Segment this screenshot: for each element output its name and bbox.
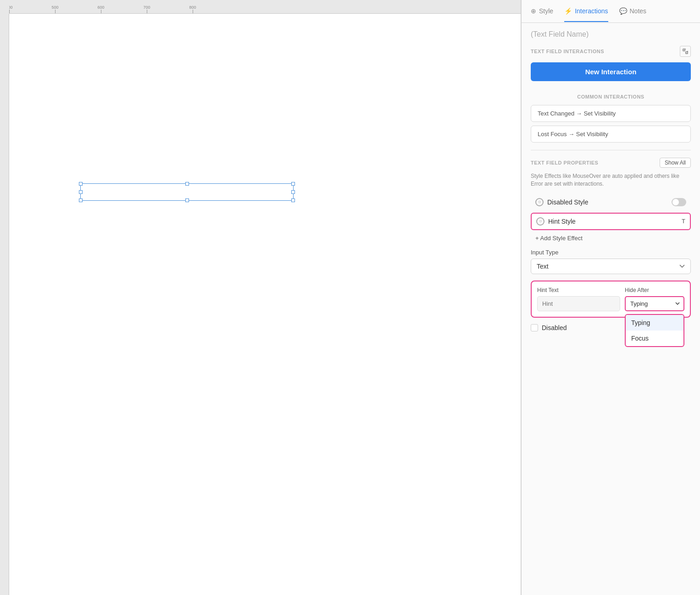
canvas-textfield[interactable] xyxy=(80,183,294,201)
ruler-top: 400 500 600 700 800 xyxy=(9,0,521,14)
hint-hide-row: Hint Text Hide After Typing Focus Typing… xyxy=(531,281,691,318)
common-interactions-label: COMMON INTERACTIONS xyxy=(531,94,691,99)
hint-style-left: ⊙ Hint Style xyxy=(536,217,576,226)
new-interaction-button[interactable]: New Interaction xyxy=(531,62,691,81)
style-icon: ⊕ xyxy=(531,7,536,15)
tab-interactions-label: Interactions xyxy=(575,7,608,15)
ruler-label-700: 700 xyxy=(143,5,150,10)
ruler-corner xyxy=(0,0,9,14)
notes-icon: 💬 xyxy=(619,7,627,15)
hide-after-label: Hide After xyxy=(625,287,684,293)
disabled-checkbox[interactable] xyxy=(531,324,538,331)
ruler-label-500: 500 xyxy=(51,5,58,10)
handle-top-right[interactable] xyxy=(291,182,295,186)
panel-content: (Text Field Name) TEXT FIELD INTERACTION… xyxy=(522,23,700,595)
hint-text-label: Hint Text xyxy=(537,287,620,293)
disabled-style-left: ⊙ Disabled Style xyxy=(535,198,589,206)
handle-bottom-left[interactable] xyxy=(79,198,83,202)
tab-interactions[interactable]: ⚡ Interactions xyxy=(564,1,608,22)
ruler-left xyxy=(0,14,9,595)
tab-notes[interactable]: 💬 Notes xyxy=(619,1,647,22)
ruler-label-600: 600 xyxy=(97,5,104,10)
interactions-section-header: TEXT FIELD INTERACTIONS xyxy=(531,46,691,57)
canvas-area: ▾ 400 500 600 700 800 xyxy=(0,0,521,595)
add-style-effect-link[interactable]: + Add Style Effect xyxy=(531,233,587,243)
dropdown-option-typing[interactable]: Typing xyxy=(626,315,683,331)
tab-style[interactable]: ⊕ Style xyxy=(531,1,553,22)
expand-icon[interactable] xyxy=(680,46,691,57)
interaction-text-changed[interactable]: Text Changed → Set Visibility xyxy=(531,105,691,122)
handle-top-middle[interactable] xyxy=(185,182,189,186)
properties-label: TEXT FIELD PROPERTIES xyxy=(531,160,598,165)
ruler-label-800: 800 xyxy=(189,5,196,10)
properties-note: Style Effects like MouseOver are auto ap… xyxy=(531,172,691,188)
input-type-label: Input Type xyxy=(531,249,691,256)
disabled-style-toggle[interactable] xyxy=(672,198,686,206)
tab-style-label: Style xyxy=(539,7,553,15)
dropdown-option-focus[interactable]: Focus xyxy=(626,331,683,346)
svg-rect-1 xyxy=(686,52,688,54)
hint-text-input[interactable] xyxy=(537,296,620,311)
input-type-select[interactable]: Text Password Email Number Phone URL xyxy=(531,259,691,274)
text-field-interactions-label: TEXT FIELD INTERACTIONS xyxy=(531,49,604,54)
tab-bar: ⊕ Style ⚡ Interactions 💬 Notes xyxy=(522,0,700,23)
handle-middle-left[interactable] xyxy=(79,190,83,194)
disabled-style-icon: ⊙ xyxy=(535,198,544,206)
hide-after-select[interactable]: Typing Focus xyxy=(625,296,684,311)
hide-after-dropdown-popup: Typing Focus xyxy=(625,314,684,347)
handle-middle-right[interactable] xyxy=(291,190,295,194)
ruler-label-400: 400 xyxy=(9,5,13,10)
hide-after-section: Hide After Typing Focus Typing Focus xyxy=(625,287,684,311)
interactions-icon: ⚡ xyxy=(564,7,572,15)
show-all-button[interactable]: Show All xyxy=(660,158,691,168)
disabled-style-row[interactable]: ⊙ Disabled Style xyxy=(531,194,691,210)
interaction-lost-focus[interactable]: Lost Focus → Set Visibility xyxy=(531,126,691,143)
hide-after-popup: Typing Focus xyxy=(625,312,684,347)
handle-bottom-middle[interactable] xyxy=(185,198,189,202)
svg-rect-0 xyxy=(683,49,685,51)
element-name: (Text Field Name) xyxy=(531,30,691,39)
canvas-content xyxy=(9,14,521,595)
hide-after-container: Typing Focus Typing Focus xyxy=(625,296,684,311)
hint-text-section: Hint Text xyxy=(537,287,620,311)
hint-style-t-icon: T xyxy=(682,218,685,225)
handle-top-left[interactable] xyxy=(79,182,83,186)
hint-style-label: Hint Style xyxy=(548,218,576,225)
tab-notes-label: Notes xyxy=(630,7,647,15)
disabled-label: Disabled xyxy=(542,324,567,331)
hint-style-icon: ⊙ xyxy=(536,217,544,226)
section-divider xyxy=(531,150,691,150)
hint-style-row[interactable]: ⊙ Hint Style T xyxy=(531,213,691,230)
right-panel: ⊕ Style ⚡ Interactions 💬 Notes (Text Fie… xyxy=(521,0,700,595)
properties-header: TEXT FIELD PROPERTIES Show All xyxy=(531,158,691,168)
handle-bottom-right[interactable] xyxy=(291,198,295,202)
disabled-style-label: Disabled Style xyxy=(547,198,589,206)
